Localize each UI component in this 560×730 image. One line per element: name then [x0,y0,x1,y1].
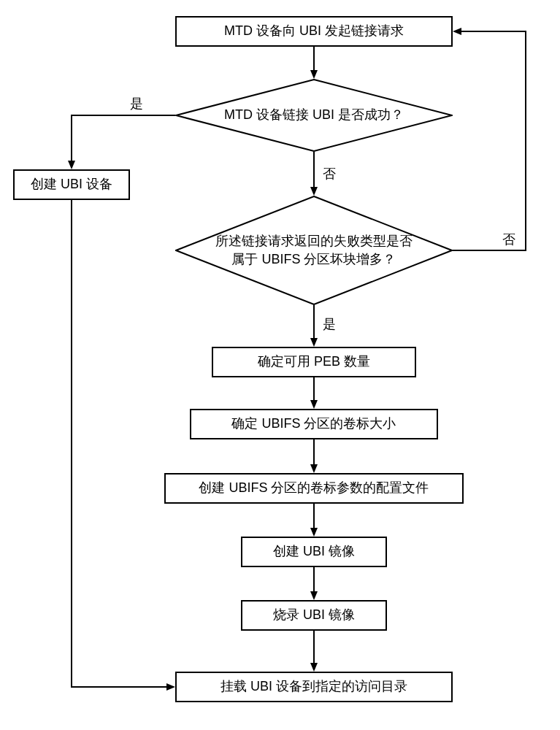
step-label: 确定 UBIFS 分区的卷标大小 [231,415,396,433]
decision-link-success: MTD 设备链接 UBI 是否成功？ [175,79,453,152]
step-burn-ubi-image: 烧录 UBI 镜像 [241,600,387,631]
label-yes-1: 是 [130,95,143,112]
step-determine-peb: 确定可用 PEB 数量 [212,347,416,377]
step-label: 创建 UBIFS 分区的卷标参数的配置文件 [199,479,429,497]
step-create-ubi-device: 创建 UBI 设备 [13,169,130,200]
step-mtd-request: MTD 设备向 UBI 发起链接请求 [175,16,453,47]
step-label: 烧录 UBI 镜像 [273,606,355,624]
step-label: 挂载 UBI 设备到指定的访问目录 [220,677,407,696]
step-label: 创建 UBI 镜像 [273,542,355,561]
label-yes-2: 是 [323,315,336,333]
step-label: 确定可用 PEB 数量 [258,353,370,371]
step-mount-ubi: 挂载 UBI 设备到指定的访问目录 [175,672,453,702]
decision-bad-block: 所述链接请求返回的失败类型是否属于 UBIFS 分区坏块增多？ [175,196,453,305]
step-determine-volume-size: 确定 UBIFS 分区的卷标大小 [190,409,438,439]
step-label: 创建 UBI 设备 [31,175,112,193]
ubifs-flowchart: MTD 设备向 UBI 发起链接请求 MTD 设备链接 UBI 是否成功？ 创建… [0,0,560,730]
step-create-config: 创建 UBIFS 分区的卷标参数的配置文件 [164,473,464,504]
step-label: MTD 设备向 UBI 发起链接请求 [224,22,404,40]
step-create-ubi-image: 创建 UBI 镜像 [241,537,387,567]
label-no-1: 否 [323,165,336,182]
decision-label: MTD 设备链接 UBI 是否成功？ [224,106,404,124]
decision-label: 所述链接请求返回的失败类型是否属于 UBIFS 分区坏块增多？ [212,232,416,269]
label-no-2: 否 [502,231,515,248]
